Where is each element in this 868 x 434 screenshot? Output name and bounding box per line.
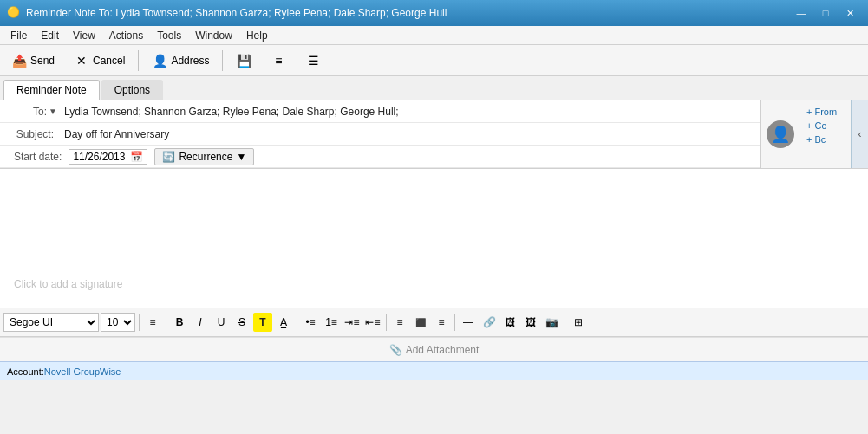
toolbar-sep-1: [138, 50, 139, 71]
fmt-sep-4: [386, 314, 387, 331]
send-label: Send: [30, 55, 55, 67]
avatar: 👤: [767, 120, 794, 148]
collapse-button[interactable]: ‹: [851, 100, 868, 168]
tab-options[interactable]: Options: [101, 80, 163, 100]
fmt-sep-3: [297, 314, 297, 331]
table-button[interactable]: ⊞: [569, 313, 588, 332]
avatar-area: 👤: [760, 100, 799, 168]
align-button[interactable]: ≡: [143, 313, 162, 332]
subject-row: Subject: Day off for Anniversary: [0, 123, 868, 146]
to-row: To: ▼ Lydia Townsend; Shannon Garza; Ryl…: [0, 100, 868, 123]
fmt-sep-1: [139, 314, 140, 331]
send-icon: 📤: [11, 53, 27, 68]
subject-label: Subject:: [0, 128, 61, 140]
recurrence-icon: 🔄: [162, 151, 175, 163]
format-icon-2: ☰: [305, 53, 321, 68]
body-textarea[interactable]: [0, 169, 868, 207]
title-left: 🟡 Reminder Note To: Lydia Townsend; Shan…: [7, 6, 447, 20]
size-select[interactable]: 10: [101, 313, 135, 332]
toolbar: 📤 Send ✕ Cancel 👤 Address 💾 ≡ ☰: [0, 45, 868, 76]
date-field[interactable]: 11/26/2013 📅: [69, 149, 147, 165]
window-controls: — □ ✕: [790, 4, 861, 22]
recurrence-label: Recurrence: [179, 151, 232, 163]
menu-tools[interactable]: Tools: [150, 28, 188, 43]
format-btn-1[interactable]: ≡: [263, 49, 294, 72]
recurrence-button[interactable]: 🔄 Recurrence ▼: [154, 148, 254, 165]
bullet-list-button[interactable]: •≡: [301, 313, 320, 332]
menu-window[interactable]: Window: [188, 28, 239, 43]
address-button[interactable]: 👤 Address: [144, 49, 217, 72]
start-date-row: Start date: 11/26/2013 📅 🔄 Recurrence ▼: [0, 146, 868, 168]
fmt-sep-6: [565, 314, 565, 331]
bcc-button[interactable]: + Bc: [805, 133, 827, 146]
cancel-button[interactable]: ✕ Cancel: [66, 49, 133, 72]
indent-less-button[interactable]: ⇤≡: [363, 313, 382, 332]
numbered-list-button[interactable]: 1≡: [322, 313, 341, 332]
to-label-area: To: ▼: [0, 106, 61, 118]
menu-actions[interactable]: Actions: [102, 28, 150, 43]
status-bar: Account: Novell GroupWise: [0, 361, 868, 380]
calendar-icon[interactable]: 📅: [130, 151, 143, 163]
app-icon: 🟡: [7, 6, 21, 20]
link-button[interactable]: 🔗: [480, 313, 499, 332]
strikethrough-button[interactable]: S: [232, 313, 251, 332]
cancel-label: Cancel: [93, 55, 125, 67]
body-area: Click to add a signature: [0, 169, 868, 308]
horizontal-rule-button[interactable]: —: [459, 313, 478, 332]
align-right-button[interactable]: ≡: [432, 313, 451, 332]
text-color-button[interactable]: A̲: [274, 313, 293, 332]
font-select[interactable]: Segoe UI: [3, 313, 99, 332]
start-date-label: Start date:: [0, 151, 69, 163]
save-icon: 💾: [236, 53, 251, 68]
align-center-button[interactable]: ⬛: [411, 313, 430, 332]
subject-value[interactable]: Day off for Anniversary: [61, 126, 868, 142]
attach-label: Add Attachment: [406, 344, 480, 356]
format-icon-1: ≡: [271, 53, 286, 68]
align-left-button[interactable]: ≡: [390, 313, 409, 332]
bold-button[interactable]: B: [170, 313, 189, 332]
from-button[interactable]: + From: [805, 106, 839, 118]
cc-button[interactable]: + Cc: [805, 120, 828, 132]
image3-button[interactable]: 📷: [542, 313, 561, 332]
date-value: 11/26/2013: [73, 151, 125, 163]
window-title: Reminder Note To: Lydia Townsend; Shanno…: [26, 7, 447, 19]
tab-reminder-note[interactable]: Reminder Note: [3, 80, 100, 100]
toolbar-sep-2: [222, 50, 223, 71]
body-wrapper: Click to add a signature Segoe UI 10 ≡ B…: [0, 169, 868, 380]
save-button[interactable]: 💾: [228, 49, 259, 72]
menu-file[interactable]: File: [3, 28, 34, 43]
recurrence-arrow: ▼: [236, 151, 246, 163]
maximize-button[interactable]: □: [814, 4, 837, 22]
account-prefix: Account:: [7, 366, 44, 377]
address-label: Address: [171, 55, 209, 67]
send-button[interactable]: 📤 Send: [3, 49, 62, 72]
image-button[interactable]: 🖼: [500, 313, 519, 332]
italic-button[interactable]: I: [191, 313, 210, 332]
menu-edit[interactable]: Edit: [34, 28, 66, 43]
to-value[interactable]: Lydia Townsend; Shannon Garza; Rylee Pen…: [61, 104, 868, 120]
indent-more-button[interactable]: ⇥≡: [343, 313, 362, 332]
minimize-button[interactable]: —: [790, 4, 813, 22]
tabs: Reminder Note Options: [0, 76, 868, 100]
highlight-button[interactable]: T: [253, 313, 272, 332]
format-toolbar: Segoe UI 10 ≡ B I U S T A̲ •≡ 1≡ ⇥≡ ⇤≡ ≡…: [0, 308, 868, 337]
signature-placeholder: Click to add a signature: [14, 278, 122, 290]
fmt-sep-2: [166, 314, 166, 331]
to-dropdown[interactable]: ▼: [49, 107, 57, 116]
image2-button[interactable]: 🖼: [521, 313, 540, 332]
menu-bar: File Edit View Actions Tools Window Help: [0, 26, 868, 45]
account-link[interactable]: Novell GroupWise: [44, 366, 121, 377]
underline-button[interactable]: U: [212, 313, 231, 332]
fmt-sep-5: [454, 314, 455, 331]
address-icon: 👤: [152, 53, 167, 68]
to-label: To:: [33, 106, 47, 118]
title-bar: 🟡 Reminder Note To: Lydia Townsend; Shan…: [0, 0, 868, 26]
format-btn-2[interactable]: ☰: [297, 49, 329, 72]
attach-bar[interactable]: 📎 Add Attachment: [0, 337, 868, 361]
cancel-icon: ✕: [74, 53, 89, 68]
menu-view[interactable]: View: [66, 28, 102, 43]
attach-icon: 📎: [389, 344, 402, 356]
form-area: To: ▼ Lydia Townsend; Shannon Garza; Ryl…: [0, 100, 868, 169]
menu-help[interactable]: Help: [239, 28, 275, 43]
close-button[interactable]: ✕: [839, 4, 861, 22]
